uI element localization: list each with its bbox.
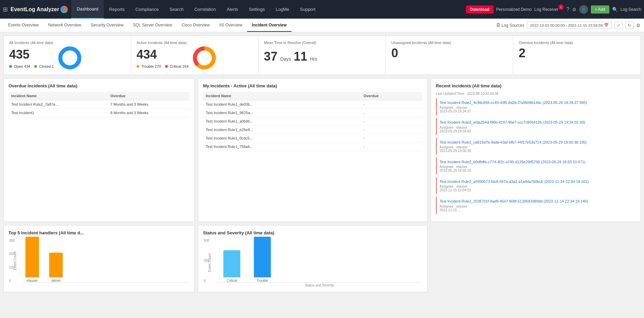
table-row[interactable]: Test Incident Rule1_0cdc5...- [203, 134, 422, 143]
recent-item-date: 2023-05-29 19:34:02 [440, 129, 633, 133]
status-y-labels: 500 250 0 [204, 239, 209, 283]
incident-name-cell: Test Incident Rule1_9870a... [203, 109, 361, 117]
list-item[interactable]: Test Incident Rule2_ca615d7b-9ade-43af-b… [436, 138, 636, 155]
recent-items-container: Test Incident Rule2_4c98c894-cc49-43f5-8… [436, 98, 636, 214]
nav-item-settings[interactable]: Settings [243, 0, 270, 19]
active-incidents-value: 434 [137, 47, 188, 62]
y-label-100: 100 [9, 266, 15, 269]
subnav-iis-overview[interactable]: IIS Overview [215, 19, 247, 32]
recent-item-title[interactable]: Test Incident Rule2_efda254d-f96b-4197-9… [440, 120, 633, 125]
logo-text: EventLog Analyzer [11, 6, 59, 13]
incident-name-cell: Test Incident1 [8, 109, 108, 117]
bar-trouble: Trouble [254, 237, 271, 282]
log-search-button[interactable]: Log Search [621, 7, 641, 12]
list-item[interactable]: Test Incident Rule2_efda254d-f96b-4197-9… [436, 118, 636, 135]
bar-elauser-label: elauser [27, 279, 38, 282]
table-row[interactable]: Test Incident Rule1_de03b...- [203, 100, 422, 109]
expand-button[interactable]: ⤢ [615, 22, 623, 29]
active-incidents-donut [193, 46, 216, 70]
svg-point-0 [60, 48, 79, 67]
nav-item-reports[interactable]: Reports [104, 0, 130, 19]
status-severity-title: Status and Severity (All time data) [203, 230, 422, 235]
bar-critical: Critical [223, 250, 240, 282]
subnav-sql-overview[interactable]: SQL Server Overview [128, 19, 177, 32]
stat-all-incidents: All Incidents (All time data) 435 Open 4… [4, 36, 131, 75]
log-receiver-button[interactable]: Log Receiver 1 [535, 7, 564, 12]
unassigned-value: 0 [391, 46, 507, 60]
list-item[interactable]: Test Incident Rule2_a5990573-fdc8-467a-a… [436, 177, 636, 194]
subnav-cisco-overview[interactable]: Cisco Overview [177, 19, 215, 32]
search-icon[interactable]: 🔍 [612, 7, 618, 12]
stat-unassigned: Unassigned Incidents (All time data) 0 [386, 36, 513, 75]
recent-item-date: 2022-11-15 ... [440, 208, 633, 212]
overdue-cell: - [361, 109, 422, 117]
list-item[interactable]: Test Incident Rule2_b0dfbffe-c774-4f2c-a… [436, 157, 636, 174]
all-incidents-value: 435 [9, 47, 54, 62]
database-icon: 🗄 [496, 23, 500, 28]
recent-item-title[interactable]: Test Incident Rule2_ca615d7b-9ade-43af-b… [440, 140, 633, 145]
recent-item-title[interactable]: Test Incident Rule2_4c98c894-cc49-43f5-8… [440, 100, 633, 105]
bar-critical-fill [223, 250, 240, 277]
subnav-incident-overview[interactable]: Incident Overview [247, 19, 291, 32]
subnav-events-overview[interactable]: Events Overview [3, 19, 43, 32]
closed-legend: Closed 1 [34, 64, 54, 68]
all-incidents-label: All Incidents (All time data) [9, 41, 125, 45]
bar-admin: admin [49, 253, 63, 282]
list-item[interactable]: Test Incident Rule2_4c98c894-cc49-43f5-8… [436, 98, 636, 115]
overdue-col-overdue: Overdue [108, 92, 189, 100]
stat-overdue: Overdue Incidents (All time data) 2 [513, 36, 640, 75]
nav-item-compliance[interactable]: Compliance [130, 0, 164, 19]
top5-bars-container: elauser admin [22, 239, 189, 283]
critical-dot [165, 65, 168, 68]
grid-icon[interactable]: ⊞ [3, 6, 8, 13]
gear-button[interactable]: ⚙ [636, 23, 641, 28]
add-button[interactable]: + Add [591, 5, 609, 14]
mean-time-days-label: Days [280, 56, 291, 62]
nav-item-alerts[interactable]: Alerts [221, 0, 243, 19]
overdue-cell: 7 Months and 3 Weeks [108, 100, 189, 109]
date-range-picker[interactable]: 2022-10-01 00:00:00 - 2022-11-15 23:59:5… [527, 22, 612, 29]
table-row[interactable]: Test Incident Rule1_e25e8...- [203, 126, 422, 134]
trouble-dot [137, 65, 139, 68]
user-avatar[interactable]: 👤 [579, 5, 588, 14]
top5-handlers-panel: Top 5 Incident handlers (All time d... E… [3, 225, 195, 292]
help-icon[interactable]: ? [566, 6, 569, 13]
nav-item-correlation[interactable]: Correlation [189, 0, 221, 19]
nav-item-logme[interactable]: LogMe [270, 0, 295, 19]
stat-active-incidents: Active Incidents (All time data) 434 Tro… [131, 36, 259, 75]
my-incidents-table: Incident Name Overdue Test Incident Rule… [203, 92, 422, 151]
refresh-button[interactable]: ↻ [625, 22, 633, 29]
table-row[interactable]: Test Incident Rule1_756a6...- [203, 143, 422, 151]
y-label-300: 300 [9, 239, 15, 242]
table-row[interactable]: Test Incident18 Months and 3 Weeks [8, 109, 189, 117]
subnav-network-overview[interactable]: Network Overview [43, 19, 86, 32]
mean-time-days: 37 [264, 49, 278, 64]
nav-item-search[interactable]: Search [164, 0, 189, 19]
recent-item-assignee: Assignee : elauser [440, 185, 633, 188]
recent-item-date: 2023-05-29 19:00:38 [440, 149, 633, 153]
demo-button[interactable]: Personalized Demo [496, 7, 532, 12]
nav-right-area: Download Personalized Demo Log Receiver … [466, 5, 641, 14]
recent-incidents-title: Recent Incidents (All time data) [436, 83, 636, 88]
nav-item-support[interactable]: Support [295, 0, 321, 19]
recent-item-assignee: Assignee : elauser [440, 205, 633, 208]
download-button[interactable]: Download [466, 5, 494, 14]
nav-item-dashboard[interactable]: Dashboard [71, 0, 104, 19]
my-incidents-title: My Incidents - Active (All time data) [203, 83, 422, 88]
log-sources-button[interactable]: 🗄 Log Sources [496, 23, 524, 28]
mean-time-hrs: 11 [294, 49, 307, 64]
subnav-security-overview[interactable]: Security Overview [86, 19, 128, 32]
table-row[interactable]: Test Incident Rule2_7a87e...7 Months and… [8, 100, 189, 109]
recent-item-assignee: Assignee : elauser [440, 126, 633, 129]
recent-item-date: 2022-11-15 12:04:19 [440, 188, 633, 192]
recent-item-title[interactable]: Test Incident Rule2_a5990573-fdc8-467a-a… [440, 179, 633, 184]
table-row[interactable]: Test Incident Rule1_a0b95...- [203, 117, 422, 126]
recent-item-title[interactable]: Test Incident Rule2_2036701f-8ad9-4547-8… [440, 199, 633, 204]
list-item[interactable]: Test Incident Rule2_2036701f-8ad9-4547-8… [436, 197, 636, 214]
table-row[interactable]: Test Incident Rule1_9870a...- [203, 109, 422, 117]
bar-elauser-fill [25, 237, 39, 277]
recent-item-title[interactable]: Test Incident Rule2_b0dfbffe-c774-4f2c-a… [440, 160, 633, 164]
overdue-incidents-panel: Overdue Incidents (All time data) Incide… [3, 78, 195, 222]
settings-icon[interactable]: ⚙ [572, 7, 577, 12]
open-legend: Open 434 [9, 64, 30, 68]
